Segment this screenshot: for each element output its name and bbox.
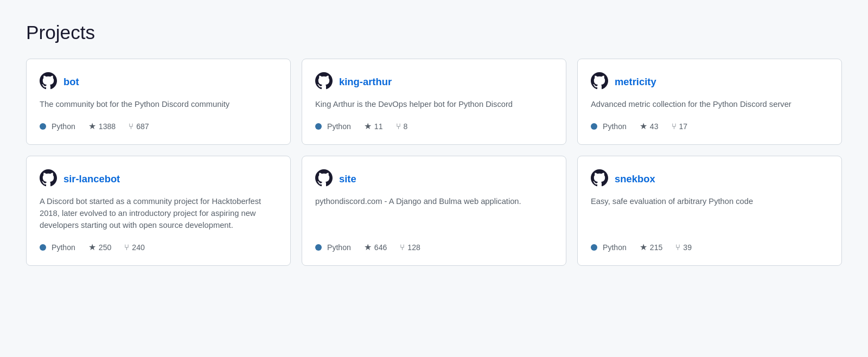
language-label-king-arthur: Python xyxy=(327,122,351,131)
github-icon-king-arthur xyxy=(315,72,333,92)
stars-count-bot: 1388 xyxy=(99,122,116,131)
stars-stat-snekbox: ★ 215 xyxy=(640,242,663,252)
github-icon-sir-lancebot xyxy=(40,169,57,189)
card-footer-metricity: Python ★ 43 ⑂ 17 xyxy=(591,121,828,131)
forks-stat-king-arthur: ⑂ 8 xyxy=(396,122,408,131)
project-card-site: site pythondiscord.com - A Django and Bu… xyxy=(302,156,566,266)
fork-icon-snekbox: ⑂ xyxy=(675,243,680,252)
fork-icon-bot: ⑂ xyxy=(129,122,133,131)
language-stat-sir-lancebot: Python xyxy=(40,243,75,252)
forks-stat-snekbox: ⑂ 39 xyxy=(675,243,692,252)
stars-count-sir-lancebot: 250 xyxy=(99,243,112,252)
language-label-bot: Python xyxy=(52,122,75,131)
card-header-sir-lancebot: sir-lancebot xyxy=(40,169,277,189)
stars-stat-site: ★ 646 xyxy=(364,242,387,252)
project-card-bot: bot The community bot for the Python Dis… xyxy=(26,59,291,145)
stars-stat-bot: ★ 1388 xyxy=(88,121,116,131)
github-icon-site xyxy=(315,169,333,189)
project-card-metricity: metricity Advanced metric collection for… xyxy=(577,59,842,145)
fork-icon-king-arthur: ⑂ xyxy=(396,122,401,131)
project-desc-snekbox: Easy, safe evaluation of arbitrary Pytho… xyxy=(591,195,828,231)
project-title-bot[interactable]: bot xyxy=(63,76,79,88)
github-icon-bot xyxy=(40,72,57,92)
forks-count-sir-lancebot: 240 xyxy=(132,243,145,252)
card-footer-sir-lancebot: Python ★ 250 ⑂ 240 xyxy=(40,242,277,252)
stars-stat-king-arthur: ★ 11 xyxy=(364,121,383,131)
star-icon-king-arthur: ★ xyxy=(364,121,372,131)
project-card-snekbox: snekbox Easy, safe evaluation of arbitra… xyxy=(577,156,842,266)
card-footer-site: Python ★ 646 ⑂ 128 xyxy=(315,242,553,252)
forks-stat-bot: ⑂ 687 xyxy=(129,122,149,131)
lang-dot-metricity xyxy=(591,123,597,130)
card-header-snekbox: snekbox xyxy=(591,169,828,189)
stars-stat-metricity: ★ 43 xyxy=(640,121,659,131)
language-stat-king-arthur: Python xyxy=(315,122,351,131)
lang-dot-site xyxy=(315,244,322,251)
lang-dot-bot xyxy=(40,123,46,130)
fork-icon-site: ⑂ xyxy=(400,243,405,252)
fork-icon-sir-lancebot: ⑂ xyxy=(124,243,129,252)
card-footer-snekbox: Python ★ 215 ⑂ 39 xyxy=(591,242,828,252)
page-title: Projects xyxy=(26,22,842,43)
project-card-king-arthur: king-arthur King Arthur is the DevOps he… xyxy=(302,59,566,145)
star-icon-metricity: ★ xyxy=(640,121,647,131)
project-title-king-arthur[interactable]: king-arthur xyxy=(339,76,392,88)
star-icon-snekbox: ★ xyxy=(640,242,647,252)
project-desc-sir-lancebot: A Discord bot started as a community pro… xyxy=(40,195,277,231)
forks-count-metricity: 17 xyxy=(679,122,688,131)
language-stat-snekbox: Python xyxy=(591,243,627,252)
card-header-bot: bot xyxy=(40,72,277,92)
github-icon-snekbox xyxy=(591,169,608,189)
language-label-site: Python xyxy=(327,243,351,252)
stars-count-king-arthur: 11 xyxy=(374,122,383,131)
project-desc-metricity: Advanced metric collection for the Pytho… xyxy=(591,98,828,110)
stars-count-site: 646 xyxy=(374,243,387,252)
language-stat-bot: Python xyxy=(40,122,75,131)
language-label-snekbox: Python xyxy=(603,243,627,252)
fork-icon-metricity: ⑂ xyxy=(672,122,676,131)
card-header-site: site xyxy=(315,169,553,189)
project-desc-site: pythondiscord.com - A Django and Bulma w… xyxy=(315,195,553,231)
forks-stat-metricity: ⑂ 17 xyxy=(672,122,688,131)
stars-count-snekbox: 215 xyxy=(650,243,663,252)
github-icon-metricity xyxy=(591,72,608,92)
card-header-metricity: metricity xyxy=(591,72,828,92)
project-title-snekbox[interactable]: snekbox xyxy=(615,173,655,185)
lang-dot-snekbox xyxy=(591,244,597,251)
lang-dot-sir-lancebot xyxy=(40,244,46,251)
language-stat-metricity: Python xyxy=(591,122,627,131)
lang-dot-king-arthur xyxy=(315,123,322,130)
forks-count-snekbox: 39 xyxy=(683,243,692,252)
stars-stat-sir-lancebot: ★ 250 xyxy=(88,242,112,252)
project-desc-bot: The community bot for the Python Discord… xyxy=(40,98,277,110)
stars-count-metricity: 43 xyxy=(650,122,659,131)
star-icon-site: ★ xyxy=(364,242,372,252)
project-card-sir-lancebot: sir-lancebot A Discord bot started as a … xyxy=(26,156,291,266)
forks-count-king-arthur: 8 xyxy=(404,122,408,131)
forks-stat-site: ⑂ 128 xyxy=(400,243,420,252)
language-label-metricity: Python xyxy=(603,122,627,131)
project-desc-king-arthur: King Arthur is the DevOps helper bot for… xyxy=(315,98,553,110)
card-header-king-arthur: king-arthur xyxy=(315,72,553,92)
forks-count-bot: 687 xyxy=(136,122,149,131)
language-label-sir-lancebot: Python xyxy=(52,243,75,252)
card-footer-bot: Python ★ 1388 ⑂ 687 xyxy=(40,121,277,131)
project-title-sir-lancebot[interactable]: sir-lancebot xyxy=(63,173,120,185)
project-title-metricity[interactable]: metricity xyxy=(615,76,656,88)
star-icon-bot: ★ xyxy=(88,121,96,131)
project-title-site[interactable]: site xyxy=(339,173,356,185)
forks-stat-sir-lancebot: ⑂ 240 xyxy=(124,243,145,252)
forks-count-site: 128 xyxy=(407,243,420,252)
projects-grid: bot The community bot for the Python Dis… xyxy=(26,59,842,266)
card-footer-king-arthur: Python ★ 11 ⑂ 8 xyxy=(315,121,553,131)
language-stat-site: Python xyxy=(315,243,351,252)
star-icon-sir-lancebot: ★ xyxy=(88,242,96,252)
